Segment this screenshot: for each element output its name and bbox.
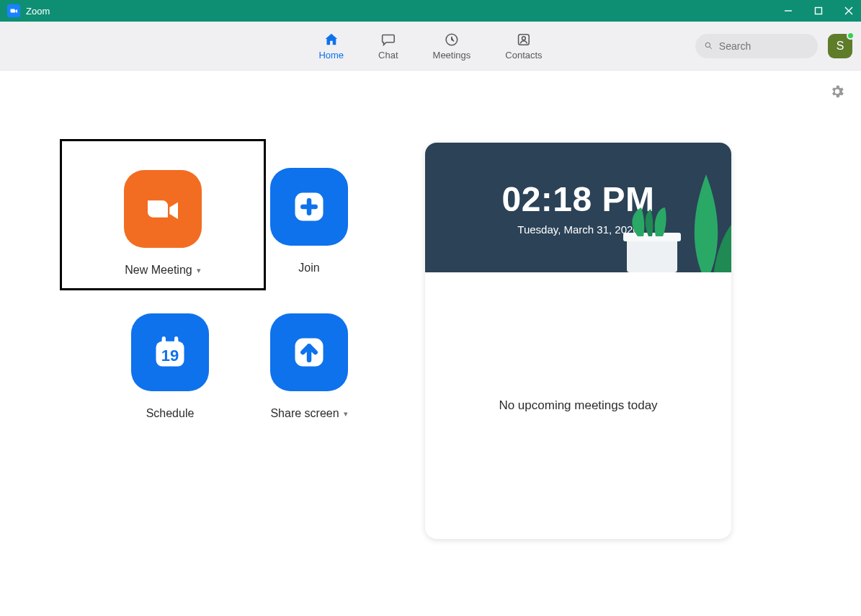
maximize-button[interactable] <box>813 6 824 15</box>
new-meeting-button[interactable]: New Meeting ▾ <box>60 139 266 290</box>
svg-line-8 <box>710 47 712 49</box>
pot-decoration-icon <box>623 207 688 272</box>
no-meetings-message: No upcoming meetings today <box>499 398 657 413</box>
current-date: Tuesday, March 31, 2020 <box>517 223 638 236</box>
action-label: Join <box>298 262 319 274</box>
tab-meetings[interactable]: Meetings <box>433 32 471 61</box>
svg-point-7 <box>705 43 710 47</box>
tab-label: Contacts <box>505 50 542 61</box>
plus-icon <box>270 168 348 246</box>
avatar[interactable]: S <box>828 34 852 58</box>
home-icon <box>324 32 339 48</box>
tab-home[interactable]: Home <box>318 32 344 61</box>
search-icon <box>704 40 713 51</box>
search-input[interactable] <box>719 40 809 52</box>
info-card: 02:18 PM Tuesday, March 31, 2020 No upco… <box>425 143 731 539</box>
calendar-icon: 19 <box>131 313 209 391</box>
action-label: New Meeting <box>125 264 192 277</box>
window-title: Zoom <box>26 6 50 17</box>
toolbar: Home Chat Meetings Contacts S <box>0 22 861 71</box>
title-bar: Zoom <box>0 0 861 22</box>
action-label: Schedule <box>146 407 195 420</box>
zoom-logo-icon <box>7 4 20 17</box>
share-arrow-icon <box>270 313 348 391</box>
svg-point-6 <box>522 36 526 40</box>
tab-chat[interactable]: Chat <box>378 32 398 61</box>
svg-rect-16 <box>627 236 677 272</box>
presence-indicator-icon <box>847 32 855 40</box>
chevron-down-icon[interactable]: ▾ <box>344 409 348 419</box>
settings-button[interactable] <box>829 84 845 102</box>
tab-label: Home <box>318 50 344 61</box>
contacts-icon <box>516 32 532 48</box>
calendar-day: 19 <box>161 347 179 365</box>
video-camera-icon <box>124 170 202 248</box>
close-button[interactable] <box>844 6 854 15</box>
tab-label: Chat <box>378 50 398 61</box>
minimize-button[interactable] <box>783 6 793 15</box>
tab-label: Meetings <box>433 50 471 61</box>
content-area: New Meeting ▾ Join 19 Schedule <box>0 71 861 616</box>
action-label: Share screen <box>270 407 339 420</box>
svg-rect-1 <box>816 8 822 14</box>
join-button[interactable]: Join <box>248 168 370 279</box>
schedule-button[interactable]: 19 Schedule <box>92 313 248 420</box>
share-screen-button[interactable]: Share screen ▾ <box>248 313 370 420</box>
search-box[interactable] <box>695 34 818 58</box>
info-header: 02:18 PM Tuesday, March 31, 2020 <box>425 143 731 272</box>
avatar-initial: S <box>837 40 844 53</box>
chevron-down-icon[interactable]: ▾ <box>197 266 201 275</box>
clock-icon <box>444 32 460 48</box>
tab-contacts[interactable]: Contacts <box>505 32 542 61</box>
chat-icon <box>380 32 396 48</box>
